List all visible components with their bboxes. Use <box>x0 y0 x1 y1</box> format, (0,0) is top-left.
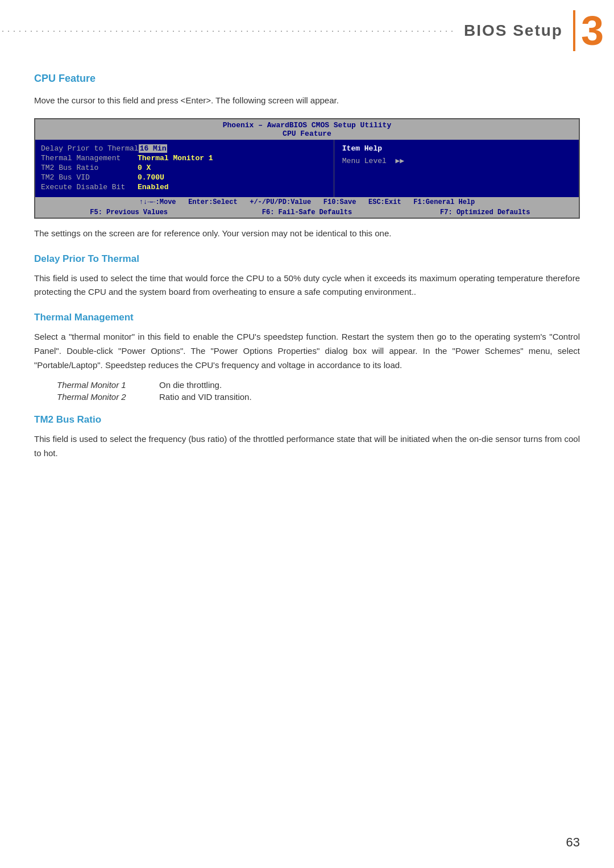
bios-footer-f6: F6: Fail-Safe Defaults <box>218 208 396 216</box>
monitor-row-1: Thermal Monitor 2 Ratio and VID transiti… <box>57 392 580 402</box>
bios-screen: Phoenix – AwardBIOS CMOS Setup Utility C… <box>34 118 580 219</box>
bios-row-0: Delay Prior to Thermal 16 Min <box>41 144 328 153</box>
bios-val-1: Thermal Monitor 1 <box>138 154 213 162</box>
bios-key-1: Thermal Management <box>41 154 138 162</box>
tm2-bus-ratio-text: This field is used to select the frequen… <box>34 432 580 461</box>
main-content: CPU Feature Move the cursor to this fiel… <box>0 57 614 491</box>
bios-row-2: TM2 Bus Ratio 0 X <box>41 164 328 172</box>
item-help-title: Item Help <box>342 144 573 153</box>
bios-row-1: Thermal Management Thermal Monitor 1 <box>41 154 328 162</box>
cpu-feature-heading: CPU Feature <box>34 73 580 85</box>
chapter-number: 3 <box>573 10 614 51</box>
thermal-mgmt-heading: Thermal Management <box>34 312 580 323</box>
screen-note: The settings on the screen are for refer… <box>34 227 580 241</box>
bios-body: Delay Prior to Thermal 16 Min Thermal Ma… <box>35 140 579 197</box>
delay-prior-text: This field is used to select the time th… <box>34 272 580 300</box>
tm2-bus-ratio-heading: TM2 Bus Ratio <box>34 414 580 425</box>
bios-val-3: 0.700U <box>138 173 164 182</box>
item-help-text: Menu Level ▶▶ <box>342 156 573 165</box>
thermal-monitor-list: Thermal Monitor 1 On die throttling. The… <box>57 380 580 402</box>
monitor-desc-1: Ratio and VID transition. <box>159 392 252 402</box>
cpu-feature-intro: Move the cursor to this field and press … <box>34 94 580 108</box>
bios-setup-label: BIOS Setup <box>464 22 563 40</box>
monitor-term-0: Thermal Monitor 1 <box>57 380 148 390</box>
delay-prior-heading: Delay Prior To Thermal <box>34 253 580 265</box>
bios-row-4: Execute Disable Bit Enabled <box>41 183 328 191</box>
monitor-desc-0: On die throttling. <box>159 380 222 390</box>
bios-footer-1: ↑↓→←:Move Enter:Select +/-/PU/PD:Value F… <box>40 198 574 206</box>
bios-title: Phoenix – AwardBIOS CMOS Setup Utility C… <box>35 119 579 140</box>
bios-val-0: 16 Min <box>139 144 168 153</box>
page-header: BIOS Setup 3 <box>0 0 614 57</box>
bios-val-2: 0 X <box>138 164 151 172</box>
page-number: 63 <box>566 835 580 850</box>
bios-key-3: TM2 Bus VID <box>41 173 138 182</box>
bios-key-4: Execute Disable Bit <box>41 183 138 191</box>
monitor-term-1: Thermal Monitor 2 <box>57 392 148 402</box>
bios-key-2: TM2 Bus Ratio <box>41 164 138 172</box>
monitor-row-0: Thermal Monitor 1 On die throttling. <box>57 380 580 390</box>
bios-footer: ↑↓→←:Move Enter:Select +/-/PU/PD:Value F… <box>35 197 579 207</box>
bios-footer-f7: F7: Optimized Defaults <box>396 208 574 216</box>
bios-footer-2: F5: Previous Values F6: Fail-Safe Defaul… <box>35 207 579 218</box>
thermal-mgmt-text: Select a "thermal monitor" in this field… <box>34 330 580 372</box>
bios-options: Delay Prior to Thermal 16 Min Thermal Ma… <box>35 140 334 197</box>
dotted-divider <box>0 28 454 33</box>
bios-row-3: TM2 Bus VID 0.700U <box>41 173 328 182</box>
bios-footer-f5: F5: Previous Values <box>40 208 218 216</box>
bios-key-0: Delay Prior to Thermal <box>41 144 139 153</box>
bios-help-panel: Item Help Menu Level ▶▶ <box>334 140 579 197</box>
bios-val-4: Enabled <box>138 183 169 191</box>
